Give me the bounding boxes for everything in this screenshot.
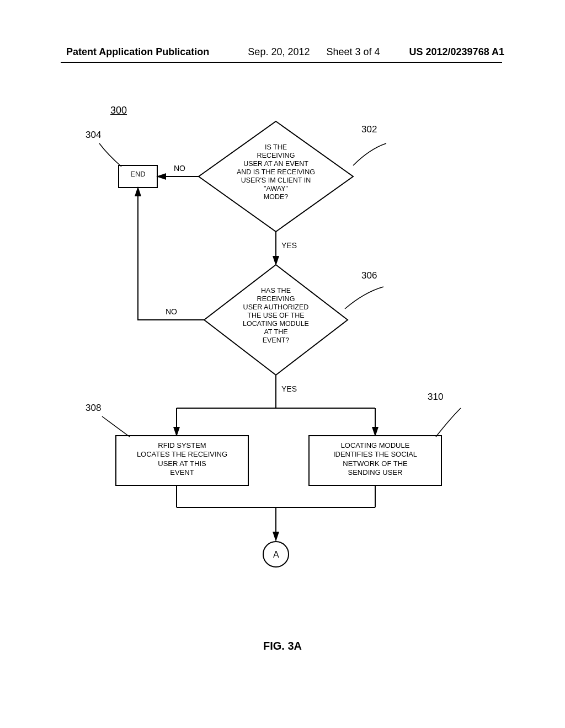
callout-310 — [436, 408, 461, 437]
callout-302 — [353, 143, 386, 165]
decision-302-text: IS THE RECEIVING USER AT AN EVENT AND IS… — [215, 143, 337, 201]
header-divider — [61, 62, 502, 63]
sheet-number: Sheet 3 of 4 — [326, 46, 380, 58]
publication-date: Sep. 20, 2012 — [248, 46, 310, 58]
publication-number: US 2012/0239768 A1 — [409, 46, 504, 58]
callout-308 — [102, 416, 130, 437]
ref-306: 306 — [361, 270, 377, 281]
decision-306: HAS THE RECEIVING USER AUTHORIZED THE US… — [204, 265, 348, 375]
ref-302: 302 — [361, 124, 377, 135]
connector-a-label: A — [273, 550, 279, 559]
process-308-text: RFID SYSTEM LOCATES THE RECEIVING USER A… — [119, 441, 246, 477]
decision-306-text: HAS THE RECEIVING USER AUTHORIZED THE US… — [221, 287, 331, 345]
label-yes-302: YES — [281, 241, 297, 250]
flowchart: IS THE RECEIVING USER AT AN EVENT AND IS… — [55, 88, 508, 618]
callout-306 — [345, 287, 383, 309]
process-310-text: LOCATING MODULE IDENTIFIES THE SOCIAL NE… — [312, 441, 439, 477]
publication-label: Patent Application Publication — [66, 46, 209, 58]
process-310: LOCATING MODULE IDENTIFIES THE SOCIAL NE… — [309, 436, 441, 485]
end-box: END — [119, 165, 157, 188]
arrow-306-no — [138, 188, 204, 320]
process-308: RFID SYSTEM LOCATES THE RECEIVING USER A… — [116, 436, 248, 485]
label-yes-306: YES — [281, 384, 297, 393]
label-no-302: NO — [174, 164, 185, 173]
decision-302: IS THE RECEIVING USER AT AN EVENT AND IS… — [199, 121, 353, 232]
label-no-306: NO — [166, 307, 177, 316]
end-text: END — [119, 170, 157, 179]
ref-304: 304 — [86, 130, 101, 140]
ref-308: 308 — [86, 403, 101, 413]
ref-310: 310 — [428, 392, 443, 402]
callout-304 — [99, 143, 121, 167]
figure-caption: FIG. 3A — [0, 640, 565, 652]
